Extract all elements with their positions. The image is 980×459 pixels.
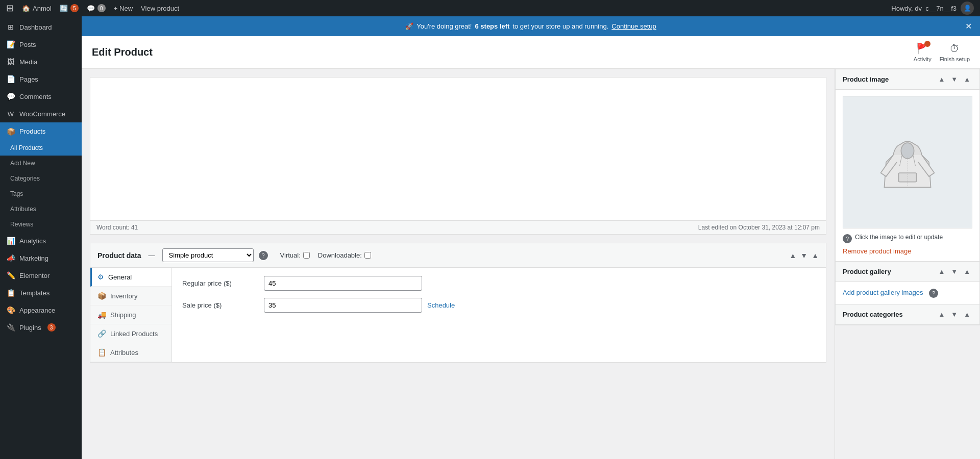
product-type-select[interactable]: Simple product Grouped product External/… — [162, 248, 254, 262]
sidebar-item-reviews[interactable]: Reviews — [0, 217, 82, 232]
collapse-up-button[interactable]: ▲ — [789, 251, 796, 260]
collapse-toggle-button[interactable]: ▲ — [812, 251, 819, 260]
sidebar-item-elementor[interactable]: ✏️ Elementor — [0, 267, 82, 284]
notice-close-button[interactable]: ✕ — [965, 21, 972, 31]
product-gallery-controls: ▲ ▼ ▲ — [936, 267, 972, 276]
sale-price-label: Sale price ($) — [182, 301, 264, 309]
sidebar-item-add-new[interactable]: Add New — [0, 156, 82, 171]
sidebar-item-label: Marketing — [19, 254, 48, 262]
adminbar-view-product[interactable]: View product — [141, 5, 179, 12]
sidebar-item-analytics[interactable]: 📊 Analytics — [0, 232, 82, 249]
regular-price-input[interactable] — [264, 276, 422, 291]
finish-setup-button[interactable]: ⏱ Finish setup — [940, 43, 970, 62]
remove-product-image-link[interactable]: Remove product image — [843, 247, 911, 255]
activity-button[interactable]: 🚩 Activity — [914, 42, 932, 62]
adminbar-new[interactable]: + New — [114, 5, 133, 12]
setup-notice: 🚀 You're doing great! 6 steps left to ge… — [82, 16, 980, 36]
categories-toggle[interactable]: ▲ — [962, 310, 972, 319]
sidebar-item-categories[interactable]: Categories — [0, 171, 82, 186]
admin-bar: ⊞ 🏠 Anmol 🔄 5 💬 0 + New View product How… — [0, 0, 980, 16]
help-icon[interactable]: ? — [843, 234, 852, 243]
tab-attributes[interactable]: 📋 Attributes — [90, 343, 172, 362]
sidebar-item-dashboard[interactable]: ⊞ Dashboard — [0, 18, 82, 36]
sidebar-subitem-label: Reviews — [10, 221, 33, 228]
sidebar-item-woocommerce[interactable]: W WooCommerce — [0, 105, 82, 122]
description-editor-box: Word count: 41 Last edited on October 31… — [90, 77, 826, 235]
product-gallery-panel-header[interactable]: Product gallery ▲ ▼ ▲ — [836, 262, 979, 282]
sidebar-item-products[interactable]: 📦 Products ◀ — [0, 122, 82, 140]
gallery-collapse-down[interactable]: ▼ — [949, 267, 960, 276]
sidebar-item-label: Media — [19, 58, 37, 66]
sidebar-item-plugins[interactable]: 🔌 Plugins 3 — [0, 319, 82, 336]
panel-collapse-up[interactable]: ▲ — [936, 74, 947, 84]
sidebar-item-media[interactable]: 🖼 Media — [0, 53, 82, 70]
product-data-help-button[interactable]: ? — [259, 251, 268, 260]
categories-collapse-up[interactable]: ▲ — [936, 310, 947, 319]
activity-badge — [924, 41, 930, 47]
sidebar-item-comments[interactable]: 💬 Comments — [0, 88, 82, 105]
panel-toggle[interactable]: ▲ — [962, 74, 972, 84]
tab-inventory[interactable]: 📦 Inventory — [90, 287, 172, 305]
add-gallery-images-link[interactable]: Add product gallery images — [843, 289, 923, 296]
sidebar-item-attributes[interactable]: Attributes — [0, 201, 82, 217]
notice-continue-link[interactable]: Continue setup — [611, 22, 656, 30]
virtual-checkbox[interactable] — [303, 252, 310, 259]
editor-content-area[interactable] — [90, 78, 826, 220]
adminbar-site-name[interactable]: 🏠 Anmol — [22, 5, 52, 12]
sidebar-item-label: Analytics — [19, 237, 46, 245]
tab-linked-products[interactable]: 🔗 Linked Products — [90, 324, 172, 343]
sidebar-item-appearance[interactable]: 🎨 Appearance — [0, 301, 82, 319]
sale-price-row: Sale price ($) Schedule — [182, 298, 816, 313]
schedule-link[interactable]: Schedule — [427, 301, 455, 309]
updates-badge: 5 — [70, 4, 79, 12]
sidebar-item-marketing[interactable]: 📣 Marketing — [0, 249, 82, 267]
product-image-panel: Product image ▲ ▼ ▲ — [835, 69, 980, 262]
product-data-box: Product data — Simple product Grouped pr… — [90, 243, 826, 363]
tab-general[interactable]: ⚙ General — [90, 268, 172, 287]
gallery-collapse-up[interactable]: ▲ — [936, 267, 947, 276]
adminbar-updates[interactable]: 🔄 5 — [60, 4, 79, 12]
adminbar-wp-logo[interactable]: ⊞ — [6, 3, 14, 14]
tab-attributes-label: Attributes — [110, 349, 138, 356]
gallery-toggle[interactable]: ▲ — [962, 267, 972, 276]
product-image-panel-header[interactable]: Product image ▲ ▼ ▲ — [836, 69, 979, 90]
site-home-icon: 🏠 — [22, 5, 30, 12]
adminbar-comments[interactable]: 💬 0 — [87, 4, 106, 12]
product-image-upload[interactable] — [843, 96, 972, 228]
sidebar-item-posts[interactable]: 📝 Posts — [0, 36, 82, 53]
adminbar-user: Howdy, dv_c__7n__f3 👤 — [891, 2, 974, 15]
product-data-separator: — — [149, 251, 155, 259]
categories-collapse-down[interactable]: ▼ — [949, 310, 960, 319]
sidebar-item-all-products[interactable]: All Products — [0, 140, 82, 156]
collapse-down-button[interactable]: ▼ — [800, 251, 807, 260]
virtual-downloadable-group: Virtual: Downloadable: — [280, 251, 371, 259]
tab-linked-products-label: Linked Products — [110, 330, 158, 338]
product-data-header: Product data — Simple product Grouped pr… — [90, 243, 826, 268]
page-header: Edit Product 🚩 Activity ⏱ Finish setup — [82, 36, 980, 69]
product-categories-title: Product categories — [843, 311, 903, 318]
product-image-help: ? Click the image to edit or update — [843, 234, 972, 243]
tab-shipping[interactable]: 🚚 Shipping — [90, 305, 172, 324]
sidebar-subitem-label: All Products — [10, 144, 43, 151]
product-data-title: Product data — [97, 251, 141, 260]
svg-point-0 — [901, 143, 914, 159]
sidebar-item-tags[interactable]: Tags — [0, 186, 82, 201]
sale-price-input[interactable] — [264, 298, 422, 313]
virtual-checkbox-label[interactable]: Virtual: — [280, 251, 310, 259]
woocommerce-icon: W — [6, 109, 15, 118]
gallery-help-icon[interactable]: ? — [929, 289, 938, 298]
downloadable-checkbox[interactable] — [364, 252, 371, 259]
header-actions: 🚩 Activity ⏱ Finish setup — [914, 42, 970, 62]
dashboard-icon: ⊞ — [6, 22, 15, 32]
downloadable-checkbox-label[interactable]: Downloadable: — [318, 251, 371, 259]
product-categories-panel-header[interactable]: Product categories ▲ ▼ ▲ — [836, 304, 979, 325]
user-avatar[interactable]: 👤 — [961, 2, 974, 15]
sidebar-item-templates[interactable]: 📋 Templates — [0, 284, 82, 301]
sidebar-item-label: Dashboard — [19, 23, 52, 31]
inventory-icon: 📦 — [97, 292, 106, 300]
virtual-label: Virtual: — [280, 251, 301, 259]
sidebar-item-label: Pages — [19, 75, 38, 83]
sidebar-item-pages[interactable]: 📄 Pages — [0, 70, 82, 88]
panel-collapse-down[interactable]: ▼ — [949, 74, 960, 84]
sidebar-item-label: Plugins — [19, 324, 41, 332]
